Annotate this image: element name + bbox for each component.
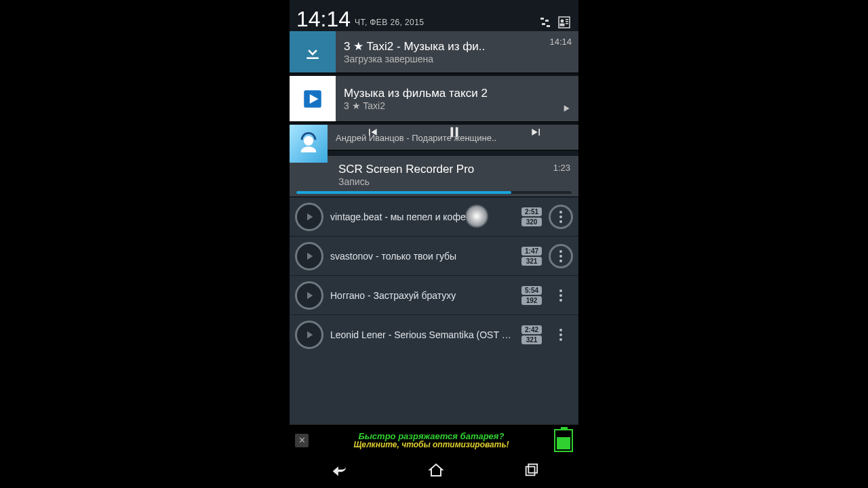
play-icon[interactable] (561, 103, 572, 116)
svg-point-12 (304, 136, 313, 146)
track-bitrate-badge: 320 (521, 218, 542, 226)
ad-close-button[interactable]: ✕ (295, 434, 309, 447)
track-more-button[interactable] (549, 323, 573, 347)
download-time: 14:14 (549, 37, 572, 47)
track-play-button[interactable] (295, 242, 323, 270)
svg-rect-1 (545, 20, 549, 22)
nav-recents-button[interactable] (524, 463, 538, 481)
notification-download[interactable]: 3 ★ Taxi2 - Музыка из фи.. Загрузка заве… (290, 31, 578, 73)
svg-point-5 (561, 20, 564, 23)
track-duration-badge: 2:51 (521, 207, 542, 216)
download-title: 3 ★ Taxi2 - Музыка из фи.. (344, 39, 535, 54)
navigation-bar (290, 455, 578, 488)
scr-progress (296, 191, 572, 194)
ad-banner[interactable]: ✕ Быстро разряжается батарея? Щелкните, … (290, 424, 578, 455)
track-more-button[interactable] (549, 283, 573, 308)
svg-point-17 (559, 220, 562, 223)
svg-point-25 (559, 333, 562, 336)
status-icon-equalizer (538, 15, 553, 30)
notification-media-controls[interactable]: Андрей Иванцов - Подарите женщине.. (290, 125, 578, 150)
scr-time: 1:23 (553, 163, 570, 173)
player-app-icon (290, 76, 336, 121)
svg-point-18 (559, 250, 562, 253)
svg-point-15 (559, 211, 562, 214)
download-subtitle: Загрузка завершена (344, 54, 535, 64)
track-play-button[interactable] (295, 281, 323, 310)
svg-rect-0 (540, 18, 544, 20)
svg-point-21 (559, 289, 562, 292)
track-title: svastonov - только твои губы (330, 251, 515, 262)
nowplaying-subtitle: 3 ★ Taxi2 (344, 100, 535, 111)
svg-point-26 (559, 338, 562, 341)
svg-point-24 (559, 329, 562, 331)
media-track-label: Андрей Иванцов - Подарите женщине.. (290, 130, 578, 147)
svg-point-23 (559, 299, 562, 302)
track-play-button[interactable] (295, 321, 323, 349)
track-title: Ноггано - Застрахуй братуху (330, 290, 515, 301)
svg-rect-2 (542, 23, 545, 25)
download-icon (290, 31, 336, 73)
nowplaying-title: Музыка из фильма такси 2 (344, 87, 535, 100)
scr-title: SCR Screen Recorder Pro (338, 163, 570, 176)
svg-point-19 (559, 255, 562, 258)
svg-rect-28 (529, 464, 538, 473)
svg-rect-10 (307, 57, 319, 59)
track-more-button[interactable] (549, 205, 573, 229)
track-title: vintage.beat - мы пепел и кофе (330, 211, 515, 222)
notification-nowplaying[interactable]: Музыка из фильма такси 2 3 ★ Taxi2 (290, 76, 578, 122)
notification-screen-recorder[interactable]: SCR Screen Recorder Pro Запись 1:23 (290, 156, 578, 197)
track-bitrate-badge: 321 (521, 336, 542, 344)
svg-rect-4 (559, 17, 570, 28)
track-more-button[interactable] (549, 244, 573, 268)
track-bitrate-badge: 192 (521, 296, 542, 305)
track-row[interactable]: svastonov - только твои губы 1:47 321 (290, 237, 578, 276)
svg-rect-27 (526, 467, 535, 476)
track-duration-badge: 5:54 (521, 286, 542, 295)
track-bitrate-badge: 321 (521, 257, 542, 266)
phone-frame: 14:14 ЧТ, ФЕВ 26, 2015 3 ★ Taxi2 - Музык… (290, 0, 578, 488)
track-duration-badge: 1:47 (521, 247, 542, 256)
svg-point-16 (559, 216, 562, 218)
nav-back-button[interactable] (330, 461, 349, 483)
status-date: ЧТ, ФЕВ 26, 2015 (355, 18, 424, 30)
battery-icon (554, 429, 573, 452)
status-clock: 14:14 (296, 8, 351, 30)
track-row[interactable]: Leonid Lener - Serious Semantika (OST Мо… (290, 315, 578, 354)
svg-rect-7 (566, 19, 568, 20)
track-play-button[interactable] (295, 203, 323, 231)
nav-home-button[interactable] (428, 462, 444, 481)
svg-rect-3 (547, 25, 550, 27)
status-icon-contact (557, 15, 572, 30)
svg-rect-8 (566, 21, 568, 22)
svg-rect-9 (566, 23, 568, 24)
ad-line2: Щелкните, чтобы оптимизировать! (314, 441, 549, 449)
svg-point-22 (559, 294, 562, 297)
status-bar[interactable]: 14:14 ЧТ, ФЕВ 26, 2015 (290, 0, 578, 31)
svg-rect-6 (560, 24, 565, 26)
track-title: Leonid Lener - Serious Semantika (OST Мо… (330, 329, 515, 340)
track-row[interactable]: vintage.beat - мы пепел и кофе 2:51 320 (290, 197, 578, 237)
track-list[interactable]: vintage.beat - мы пепел и кофе 2:51 320 … (290, 197, 578, 424)
scr-subtitle: Запись (338, 176, 570, 187)
track-row[interactable]: Ноггано - Застрахуй братуху 5:54 192 (290, 276, 578, 315)
svg-point-20 (559, 260, 562, 262)
track-duration-badge: 2:42 (521, 325, 542, 334)
